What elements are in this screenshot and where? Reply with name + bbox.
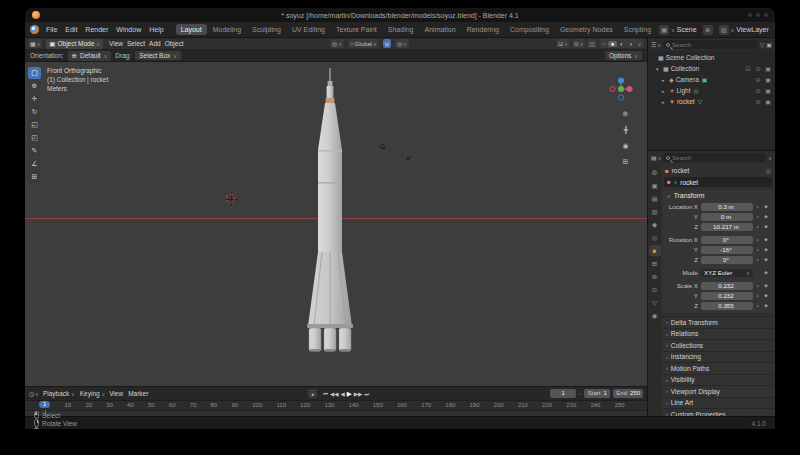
transport-button[interactable]: ⏭ <box>363 390 370 398</box>
transform-value-field[interactable]: 0 m <box>701 213 753 221</box>
expander-icon[interactable]: ▾ <box>656 66 661 72</box>
transport-button[interactable]: ⏮ <box>322 390 329 398</box>
animate-property-icon[interactable]: ◆ <box>762 214 770 219</box>
tool-button[interactable]: ✎ <box>28 145 41 157</box>
outliner-search-input[interactable] <box>672 42 755 48</box>
properties-tab[interactable]: ▥ <box>649 206 661 217</box>
topbar-menu[interactable]: Help <box>145 24 167 35</box>
workspace-tab[interactable]: Scripting <box>619 24 656 35</box>
properties-tab[interactable]: ◎ <box>649 232 661 243</box>
collapsed-section[interactable]: › Custom Properties <box>661 408 775 416</box>
timeline-menu[interactable]: Marker <box>128 390 148 397</box>
properties-tab[interactable]: ⚙ <box>649 167 661 178</box>
frame-tick[interactable]: 40 <box>127 402 134 408</box>
properties-search-input[interactable] <box>672 155 763 161</box>
lock-icon[interactable]: ∘ <box>753 224 762 230</box>
expander-icon[interactable]: ▸ <box>662 77 667 83</box>
viewport-control-icon[interactable]: ⊞ <box>620 156 631 167</box>
new-scene-button[interactable]: ⊕ <box>703 25 713 35</box>
transform-value-field[interactable]: 0.355 <box>701 302 753 310</box>
tool-button[interactable]: ◱ <box>28 119 41 131</box>
collapsed-section[interactable]: › Delta Transform <box>661 316 775 328</box>
properties-tab[interactable]: ▣ <box>649 180 661 191</box>
shading-options-button[interactable]: ∨ <box>635 41 644 47</box>
title-bar[interactable]: * soyuz [/home/martin/Downloads/blender/… <box>25 8 775 22</box>
topbar-menu[interactable]: Render <box>81 24 112 35</box>
snap-toggle-button[interactable]: ∪ <box>383 39 391 48</box>
light-object[interactable] <box>380 144 385 149</box>
workspace-tab[interactable]: Sculpting <box>247 24 286 35</box>
outliner-row[interactable]: ▾ ▦ Collection ☑ ⊙ ▣ <box>648 63 775 74</box>
workspace-tab[interactable]: Texture Paint <box>331 24 382 35</box>
collapsed-section[interactable]: › Collections <box>661 339 775 351</box>
window-maximize-icon[interactable] <box>756 13 760 17</box>
transport-button[interactable]: ◀ <box>339 390 345 398</box>
frame-tick[interactable]: 10 <box>65 402 72 408</box>
hide-viewport-icon[interactable]: ⊙ <box>754 65 762 72</box>
frame-tick[interactable]: 150 <box>373 402 383 408</box>
pin-icon[interactable]: ◎ <box>766 167 771 174</box>
viewport-menu[interactable]: Select <box>125 40 147 47</box>
outliner-row[interactable]: ▦ Scene Collection <box>648 52 775 63</box>
animate-property-icon[interactable]: ◆ <box>762 257 770 262</box>
lock-icon[interactable]: ∘ <box>753 293 762 299</box>
timeline-menu[interactable]: View <box>109 390 123 397</box>
topbar-menu[interactable]: Window <box>112 24 145 35</box>
transform-panel-header[interactable]: ∨ Transform <box>663 190 773 201</box>
timeline-editor-type-button[interactable]: ◷∨ <box>29 390 39 397</box>
tool-button[interactable]: ◰ <box>28 132 41 144</box>
frame-tick[interactable]: 140 <box>349 402 359 408</box>
workspace-tab[interactable]: Layout <box>176 24 207 35</box>
collection-checkbox[interactable]: ☑ <box>744 65 752 72</box>
tool-button[interactable]: ✛ <box>28 93 41 105</box>
lock-icon[interactable]: ∘ <box>753 247 762 253</box>
lock-icon[interactable]: ∘ <box>753 283 762 289</box>
frame-tick[interactable]: 230 <box>566 402 576 408</box>
tool-button[interactable]: ↻ <box>28 106 41 118</box>
hide-viewport-icon[interactable]: ⊙ <box>754 98 762 105</box>
workspace-tab[interactable]: Animation <box>420 24 461 35</box>
expander-icon[interactable]: ▸ <box>662 99 667 105</box>
workspace-tab[interactable]: Geometry Nodes <box>555 24 618 35</box>
properties-tab[interactable]: ⊚ <box>649 271 661 282</box>
animate-property-icon[interactable]: ◆ <box>762 303 770 308</box>
viewport-menu[interactable]: Object <box>163 40 186 47</box>
collapsed-section[interactable]: › Relations <box>661 328 775 340</box>
animate-property-icon[interactable]: ◆ <box>762 247 770 252</box>
outliner-search[interactable] <box>663 40 758 49</box>
frame-tick[interactable]: 250 <box>615 402 625 408</box>
viewport-control-icon[interactable]: ╋ <box>620 124 631 135</box>
transform-value-field[interactable]: -16° <box>701 246 753 254</box>
drag-dropdown[interactable]: Select Box ∨ <box>135 51 181 60</box>
frame-tick[interactable]: 210 <box>518 402 528 408</box>
collapsed-section[interactable]: › Line Art <box>661 397 775 409</box>
transport-button[interactable]: ◀◀ <box>329 390 339 398</box>
properties-search[interactable] <box>663 153 766 162</box>
frame-tick[interactable]: 100 <box>252 402 262 408</box>
material-shading-button[interactable]: ◐ <box>617 41 626 47</box>
show-gizmo-button[interactable]: ⊡∨ <box>556 39 570 48</box>
animate-property-icon[interactable]: ◆ <box>762 270 770 275</box>
frame-start-field[interactable]: Start1 <box>584 389 610 398</box>
mode-selector[interactable]: ▣ Object Mode ∨ <box>46 39 103 49</box>
transform-pivot-button[interactable]: ◎∨ <box>330 39 344 48</box>
outliner-row[interactable]: ▸ ◆ Camera ▣ ⊙ ▣ <box>648 74 775 85</box>
orientation-dropdown[interactable]: ⊕ Default ∨ <box>68 51 112 61</box>
viewport-control-icon[interactable]: ⊕ <box>620 108 631 119</box>
lock-icon[interactable]: ∘ <box>753 237 762 243</box>
frame-tick[interactable]: 30 <box>106 402 113 408</box>
rendered-shading-button[interactable]: ◑ <box>626 41 635 47</box>
frame-tick[interactable]: 1 <box>39 401 50 408</box>
frame-tick[interactable]: 200 <box>494 402 504 408</box>
outliner-item-label[interactable]: Collection <box>671 65 700 72</box>
frame-tick[interactable]: 220 <box>542 402 552 408</box>
viewport-control-icon[interactable]: ◉ <box>620 140 631 151</box>
collapsed-section[interactable]: › Viewport Display <box>661 385 775 397</box>
animate-property-icon[interactable]: ◆ <box>762 237 770 242</box>
workspace-tab[interactable]: Shading <box>383 24 419 35</box>
hide-viewport-icon[interactable]: ⊙ <box>754 76 762 83</box>
animate-property-icon[interactable]: ◆ <box>762 204 770 209</box>
workspace-tab[interactable]: Compositing <box>505 24 554 35</box>
animate-property-icon[interactable]: ◆ <box>762 283 770 288</box>
options-button[interactable]: Options ∨ <box>605 51 642 60</box>
